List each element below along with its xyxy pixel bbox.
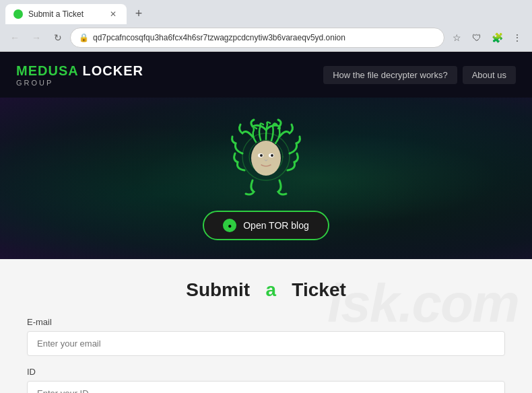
address-bar[interactable]: 🔒 qd7pcafncosqfqu3ha6fcx4h6sr7tzwagzpcdc… [70,28,444,48]
logo-group-text: GROUP [16,79,143,87]
url-text: qd7pcafncosqfqu3ha6fcx4h6sr7tzwagzpcdcny… [93,33,436,42]
website-content: MEDUSA LOCKER GROUP How the file decrypt… [0,52,532,393]
hero-section: ● Open TOR blog [0,98,532,259]
email-label: E-mail [27,317,505,327]
new-tab-button[interactable]: + [129,4,148,23]
forward-button[interactable]: → [27,28,46,47]
tor-button-label: Open TOR blog [243,220,309,231]
tab-close-button[interactable]: ✕ [108,9,119,20]
security-lock-icon: 🔒 [79,33,89,42]
refresh-button[interactable]: ↻ [48,28,67,47]
form-title-ticket: Ticket [292,279,345,300]
logo-medusa-text: MEDUSA [16,63,78,78]
nav-bar: ← → ↻ 🔒 qd7pcafncosqfqu3ha6fcx4h6sr7tzwa… [0,24,532,51]
browser-window: Submit a Ticket ✕ + ← → ↻ 🔒 qd7pcafncosq… [0,0,532,393]
hero-content: ● Open TOR blog [203,116,329,240]
logo-locker-text: LOCKER [78,63,143,78]
open-tor-button[interactable]: ● Open TOR blog [203,211,329,240]
nav-link-about-us[interactable]: About us [463,66,516,84]
site-logo: MEDUSA LOCKER GROUP [16,63,143,87]
bookmark-button[interactable]: ☆ [447,28,466,47]
nav-actions: ☆ 🛡 🧩 ⋮ [447,28,527,47]
tab-favicon [13,9,23,19]
site-nav: MEDUSA LOCKER GROUP How the file decrypt… [0,52,532,98]
active-tab[interactable]: Submit a Ticket ✕ [5,4,127,24]
site-nav-links: How the file decrypter works? About us [323,66,516,84]
tor-icon: ● [223,219,236,232]
id-label: ID [27,367,505,377]
extensions-button[interactable]: 🧩 [488,28,506,47]
form-title-a: a [265,279,276,300]
form-section: isk.com Submit a Ticket E-mail ID [0,259,532,393]
shield-button[interactable]: 🛡 [467,28,486,47]
id-input[interactable] [27,381,505,393]
svg-point-2 [251,141,281,176]
tab-label: Submit a Ticket [28,9,102,19]
tab-bar: Submit a Ticket ✕ + [0,0,532,24]
id-form-group: ID [27,367,505,393]
menu-button[interactable]: ⋮ [508,28,527,47]
form-title: Submit a Ticket [27,279,505,301]
nav-link-how-it-works[interactable]: How the file decrypter works? [323,66,457,84]
form-title-submit: Submit [186,279,250,300]
svg-point-6 [271,154,273,157]
browser-chrome: Submit a Ticket ✕ + ← → ↻ 🔒 qd7pcafncosq… [0,0,532,52]
email-input[interactable] [27,331,505,356]
medusa-logo [226,116,306,197]
email-form-group: E-mail [27,317,505,356]
svg-point-5 [260,154,263,157]
logo-main: MEDUSA LOCKER [16,63,143,79]
back-button[interactable]: ← [5,28,24,47]
